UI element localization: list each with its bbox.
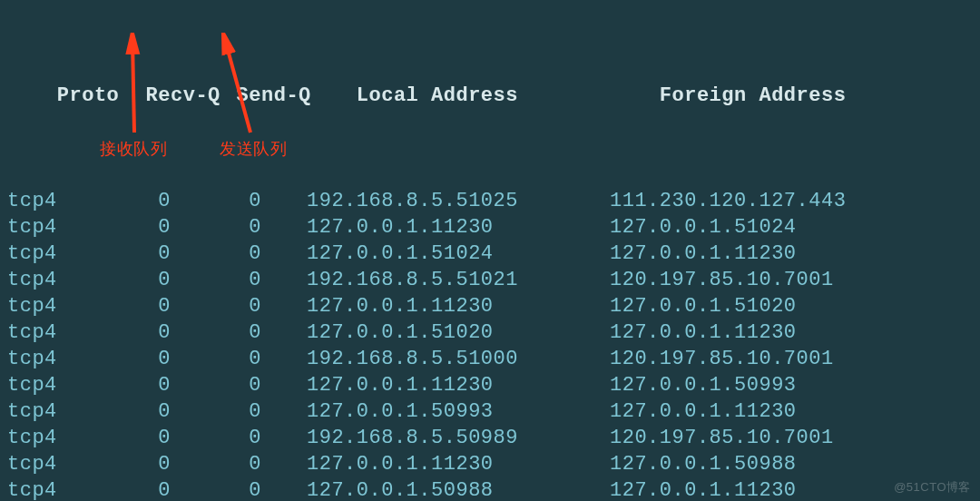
table-row: tcp400127.0.0.1.11230127.0.0.1.50993: [7, 372, 973, 398]
svg-line-1: [132, 40, 134, 133]
cell-local: 127.0.0.1.50988: [261, 477, 606, 501]
table-row: tcp400127.0.0.1.51024127.0.0.1.11230: [7, 241, 973, 267]
cell-proto: tcp4: [7, 267, 80, 293]
cell-proto: tcp4: [7, 214, 80, 241]
cell-recvq: 0: [80, 398, 171, 425]
table-row: tcp400127.0.0.1.51020127.0.0.1.11230: [7, 319, 973, 346]
table-row: tcp400127.0.0.1.50993127.0.0.1.11230: [7, 398, 973, 425]
cell-sendq: 0: [171, 241, 261, 267]
cell-foreign: 127.0.0.1.51020: [606, 293, 797, 319]
cell-recvq: 0: [80, 451, 171, 477]
cell-proto: tcp4: [7, 451, 80, 477]
cell-local: 192.168.8.5.51000: [261, 346, 606, 372]
cell-local: 127.0.0.1.11230: [261, 214, 606, 241]
cell-local: 127.0.0.1.11230: [261, 293, 606, 319]
cell-local: 127.0.0.1.50993: [261, 398, 606, 425]
table-row: tcp400192.168.8.5.51025111.230.120.127.4…: [7, 188, 973, 214]
cell-sendq: 0: [171, 372, 261, 398]
table-row: tcp400192.168.8.5.51000120.197.85.10.700…: [7, 346, 973, 372]
cell-sendq: 0: [171, 477, 261, 501]
cell-foreign: 127.0.0.1.11230: [606, 398, 797, 425]
table-row: tcp400127.0.0.1.11230127.0.0.1.51024: [7, 214, 973, 241]
cell-local: 192.168.8.5.50989: [261, 425, 606, 451]
cell-local: 127.0.0.1.51020: [261, 319, 606, 346]
table-row: tcp400127.0.0.1.11230127.0.0.1.51020: [7, 293, 973, 319]
cell-proto: tcp4: [7, 477, 80, 501]
cell-foreign: 127.0.0.1.11230: [606, 319, 797, 346]
cell-recvq: 0: [80, 267, 171, 293]
cell-sendq: 0: [171, 267, 261, 293]
cell-sendq: 0: [171, 346, 261, 372]
watermark: @51CTO博客: [894, 479, 971, 496]
cell-local: 192.168.8.5.51025: [261, 188, 606, 214]
cell-foreign: 127.0.0.1.11230: [606, 477, 797, 501]
cell-recvq: 0: [80, 214, 171, 241]
cell-recvq: 0: [80, 293, 171, 319]
col-header-local: Local Address: [311, 83, 656, 109]
netstat-rows: tcp400192.168.8.5.51025111.230.120.127.4…: [7, 188, 973, 501]
cell-foreign: 111.230.120.127.443: [606, 188, 846, 214]
cell-proto: tcp4: [7, 293, 80, 319]
cell-proto: tcp4: [7, 372, 80, 398]
cell-sendq: 0: [171, 319, 261, 346]
cell-recvq: 0: [80, 372, 171, 398]
annotation-send-queue: 发送队列: [220, 138, 287, 160]
cell-proto: tcp4: [7, 346, 80, 372]
cell-foreign: 127.0.0.1.50988: [606, 451, 797, 477]
cell-sendq: 0: [171, 188, 261, 214]
arrow-send-icon: [216, 33, 270, 137]
cell-proto: tcp4: [7, 241, 80, 267]
table-row: tcp400192.168.8.5.51021120.197.85.10.700…: [7, 267, 973, 293]
table-row: tcp400127.0.0.1.11230127.0.0.1.50988: [7, 451, 973, 477]
svg-line-3: [225, 40, 250, 133]
col-header-foreign: Foreign Address: [656, 83, 847, 109]
cell-local: 127.0.0.1.11230: [261, 451, 606, 477]
cell-local: 192.168.8.5.51021: [261, 267, 606, 293]
cell-recvq: 0: [80, 241, 171, 267]
cell-proto: tcp4: [7, 425, 80, 451]
cell-local: 127.0.0.1.11230: [261, 372, 606, 398]
table-row: tcp400192.168.8.5.50989120.197.85.10.700…: [7, 425, 973, 451]
annotation-recv-queue: 接收队列: [100, 138, 167, 160]
cell-sendq: 0: [171, 425, 261, 451]
cell-sendq: 0: [171, 214, 261, 241]
cell-recvq: 0: [80, 188, 171, 214]
table-row: tcp400127.0.0.1.50988127.0.0.1.11230: [7, 477, 973, 501]
cell-proto: tcp4: [7, 398, 80, 425]
cell-recvq: 0: [80, 346, 171, 372]
cell-foreign: 127.0.0.1.50993: [606, 372, 797, 398]
cell-foreign: 120.197.85.10.7001: [606, 346, 834, 372]
arrow-recv-icon: [118, 33, 154, 137]
cell-foreign: 127.0.0.1.11230: [606, 241, 797, 267]
cell-proto: tcp4: [7, 188, 80, 214]
cell-sendq: 0: [171, 451, 261, 477]
cell-foreign: 127.0.0.1.51024: [606, 214, 797, 241]
cell-recvq: 0: [80, 425, 171, 451]
cell-sendq: 0: [171, 398, 261, 425]
cell-foreign: 120.197.85.10.7001: [606, 425, 834, 451]
cell-local: 127.0.0.1.51024: [261, 241, 606, 267]
cell-proto: tcp4: [7, 319, 80, 346]
cell-recvq: 0: [80, 477, 171, 501]
cell-sendq: 0: [171, 293, 261, 319]
cell-recvq: 0: [80, 319, 171, 346]
cell-foreign: 120.197.85.10.7001: [606, 267, 834, 293]
